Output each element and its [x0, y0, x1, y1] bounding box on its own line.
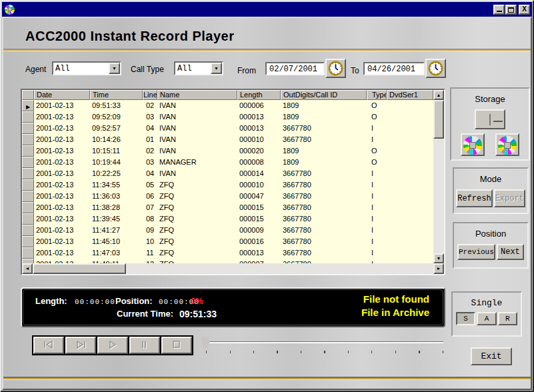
column-header-length[interactable]: Length: [237, 90, 281, 100]
cell-outdigits: 1809: [281, 111, 367, 123]
cell-line: 04: [143, 123, 157, 134]
column-header-name[interactable]: Name: [157, 90, 237, 100]
cell-time: 11:49:11: [90, 259, 143, 263]
column-header-dvdser1[interactable]: DvdSer1: [387, 90, 433, 100]
single-r-button[interactable]: R: [498, 312, 517, 325]
table-row[interactable]: 2001-02-1310:22:2504IVAN0000143667780I: [22, 168, 433, 179]
table-row[interactable]: 2001-02-1309:52:5704IVAN0000133667780I: [22, 123, 433, 134]
row-marker[interactable]: [22, 145, 34, 157]
single-a-button[interactable]: A: [477, 312, 496, 325]
cell-time: 11:41:27: [90, 225, 143, 236]
table-row[interactable]: 2001-02-1311:34:5505ZFQ0000103667780I: [22, 179, 433, 191]
slider-thumb[interactable]: [202, 337, 209, 349]
row-marker[interactable]: [22, 111, 34, 123]
cell-date: 2001-02-13: [34, 225, 90, 236]
minimize-button[interactable]: [493, 5, 505, 15]
cell-date: 2001-02-13: [34, 100, 90, 111]
call-type-label: Call Type: [131, 65, 164, 74]
table-row[interactable]: 2001-02-1311:49:1112ZFQ0000073667780I: [22, 259, 433, 263]
to-date-picker-button[interactable]: [425, 59, 446, 78]
skip-to-start-button[interactable]: [33, 337, 64, 354]
play-button[interactable]: [97, 337, 128, 354]
row-marker[interactable]: [22, 236, 34, 247]
vertical-scrollbar[interactable]: ▲ ▼: [433, 90, 444, 263]
title-bar[interactable]: X: [2, 2, 532, 17]
stop-button[interactable]: [161, 337, 192, 354]
cell-name: IVAN: [157, 168, 237, 179]
table-row[interactable]: 2001-02-1311:47:0311ZFQ0000133667780I: [22, 247, 433, 259]
cell-length: 000015: [237, 202, 281, 213]
agent-dropdown[interactable]: All ▼: [52, 61, 121, 75]
refresh-button[interactable]: Refresh: [456, 189, 492, 207]
column-header-outdigits[interactable]: OutDigits/Call ID: [281, 90, 367, 100]
agent-dropdown-button[interactable]: ▼: [109, 63, 120, 74]
cell-length: 000010: [237, 179, 281, 191]
column-header-date[interactable]: Date: [34, 90, 90, 100]
seek-slider[interactable]: [201, 337, 445, 354]
table-row[interactable]: 2001-02-1311:36:0306ZFQ0000473667780I: [22, 191, 433, 202]
row-marker[interactable]: [22, 202, 34, 213]
single-s-button[interactable]: S: [456, 312, 475, 325]
scroll-right-button[interactable]: ►: [433, 263, 444, 274]
row-marker[interactable]: [22, 134, 34, 145]
table-row[interactable]: 2001-02-1310:15:1102IVAN0000201809O: [22, 145, 433, 157]
row-marker[interactable]: [22, 157, 34, 168]
storage-drive-button[interactable]: [475, 109, 505, 129]
cell-type: I: [367, 225, 387, 236]
scroll-left-button[interactable]: ◄: [22, 263, 33, 274]
cell-time: 10:22:25: [90, 168, 143, 179]
cell-date: 2001-02-13: [34, 123, 90, 134]
row-marker[interactable]: [22, 259, 34, 263]
cell-type: I: [367, 247, 387, 259]
export-button[interactable]: Export: [494, 189, 525, 207]
row-marker[interactable]: [22, 123, 34, 134]
to-date-field[interactable]: 04/26/2001: [363, 62, 425, 75]
slider-track[interactable]: [206, 341, 443, 343]
scroll-up-button[interactable]: ▲: [433, 90, 444, 100]
play-icon: [105, 341, 120, 350]
cell-name: ZFQ: [157, 247, 237, 259]
close-button[interactable]: X: [519, 5, 530, 15]
cell-type: I: [367, 168, 387, 179]
column-header-time[interactable]: Time: [90, 90, 143, 100]
maximize-button[interactable]: [505, 5, 517, 15]
row-marker[interactable]: [22, 247, 34, 259]
skip-to-start-icon: [41, 341, 56, 350]
table-row[interactable]: 2001-02-1311:45:1010ZFQ0000163667780I: [22, 236, 433, 247]
scroll-down-button[interactable]: ▼: [433, 253, 444, 263]
row-selector[interactable]: ▶: [22, 100, 34, 111]
row-marker[interactable]: [22, 191, 34, 202]
cell-length: 000007: [237, 259, 281, 263]
row-marker[interactable]: [22, 168, 34, 179]
records-table: Date Time Line Name Length OutDigits/Cal…: [21, 89, 445, 275]
table-row[interactable]: 2001-02-1310:14:2601IVAN0000103667780I: [22, 134, 433, 145]
column-header-type[interactable]: Type: [367, 90, 387, 100]
storage-cd-button-2[interactable]: [495, 133, 519, 156]
column-header-line[interactable]: Line: [143, 90, 157, 100]
table-row[interactable]: 2001-02-1311:41:2709ZFQ0000093667780I: [22, 225, 433, 236]
row-marker[interactable]: [22, 179, 34, 191]
call-type-dropdown-button[interactable]: ▼: [211, 63, 222, 74]
window-body: ACC2000 Instant Record Player Agent All …: [2, 17, 532, 390]
table-row[interactable]: 2001-02-1310:19:4403MANAGER0000081809O: [22, 157, 433, 168]
cell-time: 10:19:44: [90, 157, 143, 168]
table-row[interactable]: 2001-02-1311:38:2807ZFQ0000153667780I: [22, 202, 433, 213]
previous-button[interactable]: Previous: [457, 244, 495, 260]
table-row[interactable]: 2001-02-1309:52:0903IVAN0000131809O: [22, 111, 433, 123]
horizontal-scrollbar[interactable]: ◄ ►: [22, 263, 444, 274]
row-marker[interactable]: [22, 213, 34, 225]
pause-button[interactable]: [129, 337, 160, 354]
table-row[interactable]: 2001-02-1311:39:4508ZFQ0000153667780I: [22, 213, 433, 225]
table-row[interactable]: ▶2001-02-1309:51:3302IVAN0000061809O: [22, 100, 433, 111]
cell-outdigits: 3667780: [281, 191, 367, 202]
from-date-field[interactable]: 02/07/2001: [265, 62, 325, 75]
skip-to-end-button[interactable]: [65, 337, 96, 354]
call-type-dropdown[interactable]: All ▼: [174, 61, 223, 75]
exit-button[interactable]: Exit: [471, 347, 512, 365]
vertical-scroll-thumb[interactable]: [433, 100, 444, 139]
storage-cd-button-1[interactable]: [461, 133, 485, 156]
horizontal-scroll-thumb[interactable]: [33, 263, 126, 274]
next-button[interactable]: Next: [497, 244, 524, 260]
row-marker[interactable]: [22, 225, 34, 236]
from-date-picker-button[interactable]: [325, 59, 346, 78]
